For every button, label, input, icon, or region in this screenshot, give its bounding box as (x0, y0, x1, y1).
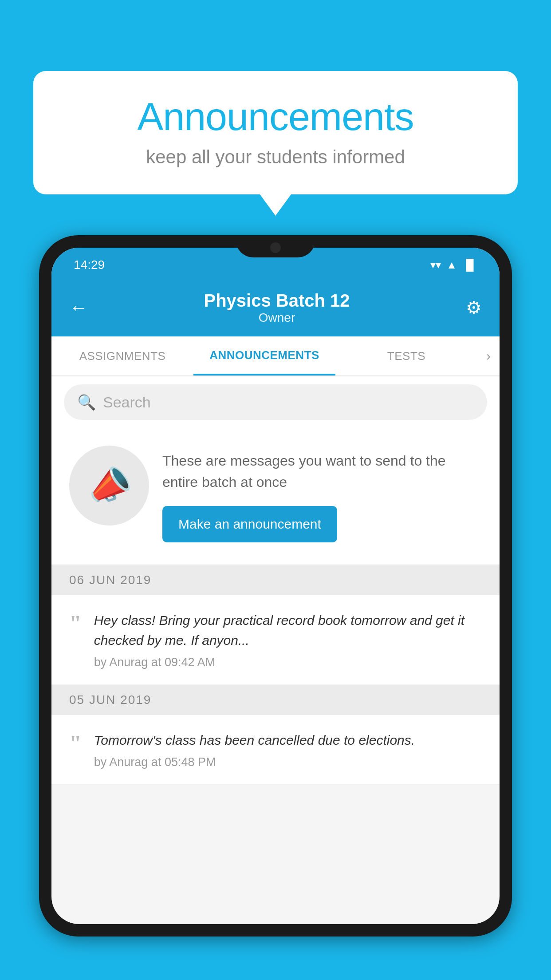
announcement-text-2: Tomorrow's class has been cancelled due … (94, 730, 482, 750)
announcement-meta-2: by Anurag at 05:48 PM (94, 755, 482, 769)
promo-icon-circle: 📣 (69, 446, 149, 526)
phone-container: 14:29 ▾▾ ▲ ▐▌ ← Physics Batch 12 Owner ⚙ (39, 235, 512, 980)
search-container: 🔍 Search (51, 376, 500, 428)
quote-icon-1: " (69, 612, 82, 634)
speech-bubble-section: Announcements keep all your students inf… (33, 71, 518, 194)
header-subtitle: Owner (88, 311, 466, 325)
phone-outer: 14:29 ▾▾ ▲ ▐▌ ← Physics Batch 12 Owner ⚙ (39, 235, 512, 937)
date-label-1: 06 JUN 2019 (69, 573, 151, 587)
announcement-content-2: Tomorrow's class has been cancelled due … (94, 730, 482, 769)
status-time: 14:29 (74, 258, 105, 272)
battery-icon: ▐▌ (462, 259, 477, 271)
announcement-text-1: Hey class! Bring your practical record b… (94, 610, 482, 650)
back-button[interactable]: ← (69, 297, 88, 318)
date-separator-1: 06 JUN 2019 (51, 565, 500, 595)
quote-icon-2: " (69, 732, 82, 754)
date-label-2: 05 JUN 2019 (69, 693, 151, 707)
tab-tests[interactable]: TESTS (335, 336, 477, 375)
promo-card: 📣 These are messages you want to send to… (51, 428, 500, 565)
app-header: ← Physics Batch 12 Owner ⚙ (51, 279, 500, 336)
status-icons: ▾▾ ▲ ▐▌ (430, 259, 477, 271)
megaphone-icon: 📣 (83, 460, 136, 512)
bubble-subtitle: keep all your students informed (69, 146, 482, 168)
settings-button[interactable]: ⚙ (466, 297, 482, 318)
announcement-item-1[interactable]: " Hey class! Bring your practical record… (51, 595, 500, 685)
promo-description: These are messages you want to send to t… (162, 450, 482, 493)
search-bar[interactable]: 🔍 Search (64, 384, 487, 420)
phone-screen: 14:29 ▾▾ ▲ ▐▌ ← Physics Batch 12 Owner ⚙ (51, 248, 500, 924)
announcement-item-2[interactable]: " Tomorrow's class has been cancelled du… (51, 715, 500, 785)
announcement-meta-1: by Anurag at 09:42 AM (94, 656, 482, 669)
header-title: Physics Batch 12 (88, 291, 466, 311)
announcement-content-1: Hey class! Bring your practical record b… (94, 610, 482, 669)
promo-content: These are messages you want to send to t… (162, 446, 482, 542)
tab-assignments[interactable]: ASSIGNMENTS (51, 336, 193, 375)
tab-announcements[interactable]: ANNOUNCEMENTS (193, 336, 335, 375)
make-announcement-button[interactable]: Make an announcement (162, 506, 337, 542)
date-separator-2: 05 JUN 2019 (51, 685, 500, 715)
speech-bubble: Announcements keep all your students inf… (33, 71, 518, 194)
wifi-icon: ▾▾ (430, 259, 441, 271)
tabs-more-button[interactable]: › (477, 336, 500, 375)
search-icon: 🔍 (77, 393, 96, 411)
phone-notch (236, 235, 315, 257)
signal-icon: ▲ (446, 259, 457, 271)
phone-camera (270, 242, 281, 253)
bubble-title: Announcements (69, 95, 482, 138)
search-placeholder: Search (103, 394, 151, 411)
header-center: Physics Batch 12 Owner (88, 291, 466, 325)
tabs-bar: ASSIGNMENTS ANNOUNCEMENTS TESTS › (51, 336, 500, 376)
